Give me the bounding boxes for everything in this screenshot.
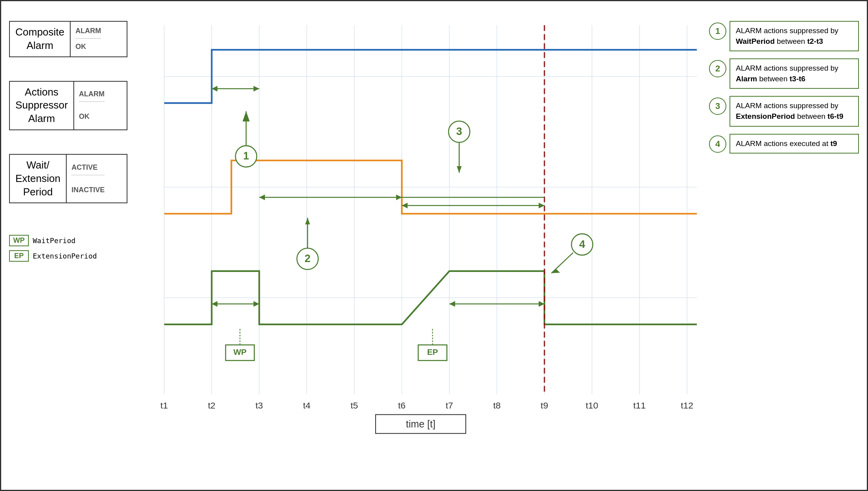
actions-suppressor-state-ok: OK [79, 111, 105, 122]
right-annotations: 1 ALARM actions suppressed by WaitPeriod… [709, 9, 859, 482]
composite-alarm-state-ok: OK [75, 41, 101, 52]
legend-ep-box: EP [9, 250, 29, 262]
svg-text:t2: t2 [208, 400, 215, 410]
actions-suppressor-state-alarm: ALARM [79, 88, 105, 102]
svg-text:1: 1 [243, 150, 249, 162]
legend-wp-box: WP [9, 235, 29, 246]
label-wait-extension-title: Wait/ExtensionPeriod [10, 155, 67, 202]
svg-text:t6: t6 [398, 400, 406, 410]
label-wait-extension-states: ACTIVE INACTIVE [67, 155, 109, 202]
svg-text:WP: WP [233, 347, 247, 356]
chart-svg: 1 2 3 [131, 17, 705, 448]
legend-wp: WP WaitPeriod [9, 235, 127, 246]
svg-text:time [t]: time [t] [406, 418, 436, 429]
svg-text:t12: t12 [681, 400, 693, 410]
wait-extension-state-active: ACTIVE [71, 162, 105, 175]
svg-text:EP: EP [427, 347, 438, 356]
wait-extension-state-inactive: INACTIVE [71, 184, 105, 196]
label-actions-suppressor-states: ALARM OK [74, 82, 109, 129]
svg-text:t9: t9 [541, 400, 548, 410]
annotation-1-box: ALARM actions suppressed by WaitPeriod b… [730, 21, 859, 51]
left-labels: CompositeAlarm ALARM OK ActionsSuppresso… [9, 9, 127, 482]
svg-text:t8: t8 [493, 400, 501, 410]
legend-area: WP WaitPeriod EP ExtensionPeriod [9, 235, 127, 262]
svg-text:t10: t10 [586, 400, 598, 410]
annotation-2: 2 ALARM actions suppressed by Alarm betw… [709, 58, 859, 89]
svg-text:t7: t7 [445, 400, 453, 410]
label-composite-alarm-title: CompositeAlarm [10, 22, 71, 56]
svg-text:t11: t11 [633, 400, 646, 410]
annotation-3: 3 ALARM actions suppressed by ExtensionP… [709, 96, 859, 126]
svg-text:t1: t1 [161, 400, 168, 410]
annotation-3-number: 3 [709, 97, 726, 115]
label-composite-alarm: CompositeAlarm ALARM OK [9, 21, 127, 57]
annotation-2-box: ALARM actions suppressed by Alarm betwee… [730, 58, 859, 89]
annotation-4: 4 ALARM actions executed at t9 [709, 134, 859, 154]
svg-rect-0 [131, 17, 705, 448]
svg-text:4: 4 [579, 238, 585, 250]
svg-text:3: 3 [456, 126, 462, 137]
annotation-2-number: 2 [709, 60, 726, 77]
label-composite-alarm-states: ALARM OK [71, 22, 106, 56]
composite-alarm-state-alarm: ALARM [75, 25, 101, 39]
annotation-4-number: 4 [709, 135, 726, 153]
annotation-4-box: ALARM actions executed at t9 [730, 134, 859, 154]
svg-text:2: 2 [305, 253, 311, 264]
chart-area: 1 2 3 [131, 9, 705, 482]
legend-ep: EP ExtensionPeriod [9, 250, 127, 262]
svg-text:t4: t4 [303, 400, 311, 410]
label-actions-suppressor-title: ActionsSuppressorAlarm [10, 82, 74, 129]
legend-wp-label: WaitPeriod [33, 236, 75, 245]
label-wait-extension: Wait/ExtensionPeriod ACTIVE INACTIVE [9, 154, 127, 203]
svg-text:t5: t5 [350, 400, 358, 410]
svg-text:t3: t3 [256, 400, 263, 410]
annotation-3-box: ALARM actions suppressed by ExtensionPer… [730, 96, 859, 126]
annotation-1-number: 1 [709, 22, 726, 40]
legend-ep-label: ExtensionPeriod [33, 252, 97, 260]
label-actions-suppressor: ActionsSuppressorAlarm ALARM OK [9, 81, 127, 130]
main-container: CompositeAlarm ALARM OK ActionsSuppresso… [0, 0, 868, 491]
annotation-1: 1 ALARM actions suppressed by WaitPeriod… [709, 21, 859, 51]
